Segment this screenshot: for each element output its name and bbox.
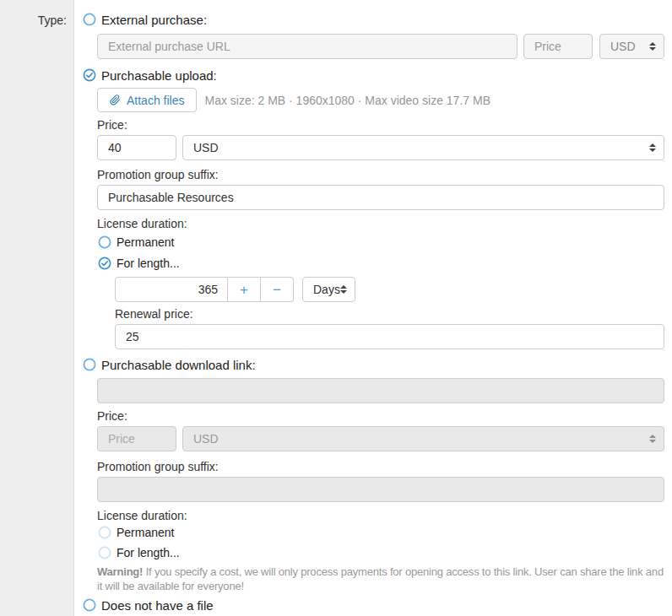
attach-files-label: Attach files [127, 94, 184, 107]
form-content: External purchase: USD Purchasable uploa… [74, 0, 672, 616]
radio-unchecked-icon[interactable] [83, 13, 96, 26]
radio-unchecked-icon[interactable] [83, 598, 96, 612]
radio-option-for-length-disabled: For length... [98, 545, 664, 560]
decrement-button[interactable]: − [261, 277, 294, 302]
warning-title: Warning! [97, 565, 143, 578]
radio-unchecked-icon[interactable] [83, 358, 96, 371]
download-promo-input [97, 477, 664, 502]
promo-suffix-label: Promotion group suffix: [97, 460, 664, 474]
external-price-input[interactable] [523, 34, 593, 59]
radio-option-permanent-disabled: Permanent [98, 525, 664, 540]
radio-option-purchasable-upload[interactable]: Purchasable upload: [83, 68, 664, 83]
option-label-no-file: Does not have a file [101, 598, 214, 613]
attach-files-row: Attach files Max size: 2 MB · 1960x1080 … [97, 88, 664, 112]
purchase-type-form: Type: External purchase: USD [0, 0, 672, 616]
external-url-input[interactable] [97, 34, 518, 59]
option-label-permanent: Permanent [117, 526, 174, 539]
select-arrow-icon [340, 285, 347, 294]
length-row: + − Days [115, 277, 664, 302]
attach-files-button[interactable]: Attach files [97, 88, 197, 112]
length-input[interactable] [115, 277, 228, 302]
unit-value: Days [313, 283, 340, 296]
radio-option-no-file[interactable]: Does not have a file [83, 597, 664, 613]
upload-price-row: USD [97, 135, 664, 160]
download-price-input [97, 426, 176, 451]
form-label-column: Type: [0, 0, 74, 616]
type-label: Type: [38, 14, 67, 27]
select-arrow-icon [649, 143, 656, 152]
license-duration-label: License duration: [97, 217, 664, 231]
renewal-price-label: Renewal price: [115, 307, 664, 322]
max-size-hint: Max size: 2 MB · 1960x1080 · Max video s… [204, 94, 490, 107]
radio-checked-icon[interactable] [83, 68, 96, 82]
download-fields: Price: USD Promotion group suffix: Licen… [97, 375, 664, 593]
radio-option-download-link[interactable]: Purchasable download link: [83, 357, 664, 372]
radio-disabled-icon [98, 546, 111, 559]
download-price-row: USD [97, 426, 664, 451]
option-label-upload: Purchasable upload: [101, 68, 217, 83]
renewal-price-input[interactable] [115, 324, 664, 349]
radio-option-for-length[interactable]: For length... [98, 256, 664, 271]
currency-value: USD [193, 432, 649, 446]
option-label-download: Purchasable download link: [101, 358, 256, 372]
radio-option-permanent[interactable]: Permanent [98, 235, 664, 250]
license-duration-label: License duration: [97, 509, 664, 523]
external-purchase-fields: USD [97, 34, 664, 59]
paperclip-icon [110, 95, 121, 105]
promo-suffix-label: Promotion group suffix: [97, 168, 664, 182]
option-label-for-length: For length... [117, 546, 180, 559]
external-currency-select[interactable]: USD [599, 34, 664, 59]
upload-price-input[interactable] [97, 135, 176, 160]
price-label: Price: [97, 409, 664, 424]
radio-disabled-icon [98, 526, 111, 539]
radio-unchecked-icon[interactable] [98, 235, 111, 249]
download-url-input [97, 378, 664, 403]
download-currency-select: USD [182, 426, 664, 451]
upload-currency-select[interactable]: USD [182, 135, 664, 160]
option-label-external: External purchase: [101, 13, 207, 27]
upload-fields: Attach files Max size: 2 MB · 1960x1080 … [97, 88, 664, 357]
option-label-permanent: Permanent [117, 235, 174, 249]
radio-option-external-purchase[interactable]: External purchase: [83, 12, 664, 27]
currency-value: USD [610, 40, 649, 53]
currency-value: USD [193, 141, 649, 154]
select-arrow-icon [649, 42, 656, 51]
warning-text: Warning! If you specify a cost, we will … [97, 565, 664, 593]
price-label: Price: [97, 118, 664, 132]
increment-button[interactable]: + [228, 277, 261, 302]
select-arrow-icon [649, 435, 656, 443]
length-stepper: + − [115, 277, 294, 302]
option-label-for-length: For length... [117, 257, 180, 270]
length-unit-select[interactable]: Days [302, 277, 355, 302]
radio-checked-icon[interactable] [98, 257, 111, 270]
promo-suffix-input[interactable] [97, 185, 664, 210]
